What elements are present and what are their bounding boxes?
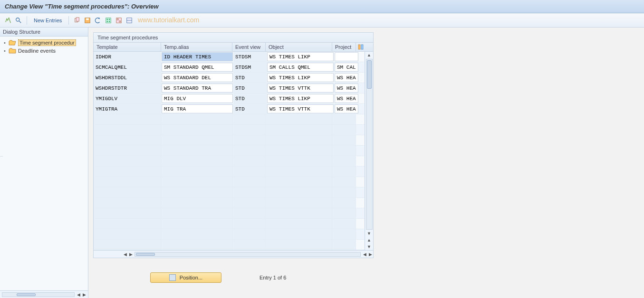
cell-object[interactable]: WS TIMES VTTK bbox=[267, 104, 334, 113]
cell-alias[interactable]: MIG DLV bbox=[162, 94, 233, 103]
scroll-down-icon[interactable]: ▼ bbox=[365, 230, 373, 237]
cell-project[interactable] bbox=[332, 240, 356, 250]
cell-project[interactable]: SM CAL bbox=[335, 63, 358, 72]
cell-event[interactable] bbox=[232, 177, 266, 187]
new-entries-button[interactable]: New Entries bbox=[31, 18, 65, 23]
cell-object[interactable]: WS TIMES LIKP bbox=[267, 73, 334, 82]
cell-object[interactable] bbox=[266, 219, 332, 229]
table-row-empty[interactable] bbox=[94, 219, 365, 229]
col-header-alias[interactable]: Temp.alias bbox=[161, 43, 232, 51]
cell-alias[interactable] bbox=[161, 146, 232, 156]
cell-object[interactable] bbox=[266, 125, 332, 135]
cell-event[interactable] bbox=[232, 146, 266, 156]
cell-event[interactable]: STDSM bbox=[233, 62, 267, 72]
cell-event[interactable] bbox=[232, 114, 266, 124]
cell-template[interactable]: IDHDR bbox=[94, 52, 161, 62]
scroll-thumb[interactable] bbox=[136, 253, 155, 256]
find-icon[interactable] bbox=[14, 16, 23, 25]
cell-event[interactable] bbox=[232, 240, 266, 250]
cell-template[interactable] bbox=[94, 198, 161, 208]
table-row[interactable]: YMIGTRAMIG TRASTDWS TIMES VTTKWS HEA bbox=[94, 104, 365, 114]
cell-alias[interactable] bbox=[161, 125, 232, 135]
cell-event[interactable] bbox=[232, 198, 266, 208]
cell-event[interactable] bbox=[232, 125, 266, 135]
table-row[interactable]: WSHDRSTDTRWS STANDARD TRASTDWS TIMES VTT… bbox=[94, 83, 365, 93]
select-all-icon[interactable] bbox=[104, 16, 113, 25]
table-row-empty[interactable] bbox=[94, 167, 365, 177]
cell-object[interactable]: WS TIMES LIKP bbox=[267, 94, 334, 103]
save-icon[interactable] bbox=[83, 16, 92, 25]
scroll-track[interactable] bbox=[366, 59, 373, 230]
cell-event[interactable]: STD bbox=[233, 83, 267, 93]
cell-project[interactable] bbox=[332, 146, 356, 156]
scroll-down-icon[interactable]: ▼ bbox=[365, 243, 373, 250]
deselect-all-icon[interactable] bbox=[115, 16, 123, 25]
cell-object[interactable] bbox=[266, 156, 332, 166]
table-row[interactable]: IDHDRID HEADER TIMESSTDSMWS TIMES LIKP bbox=[94, 52, 365, 62]
cell-alias[interactable]: WS STANDARD TRA bbox=[162, 84, 233, 93]
table-row-empty[interactable] bbox=[94, 114, 365, 125]
cell-object[interactable]: WS TIMES VTTK bbox=[267, 84, 334, 93]
cell-template[interactable] bbox=[94, 146, 161, 156]
cell-project[interactable]: WS HEA bbox=[335, 104, 358, 113]
cell-template[interactable] bbox=[94, 187, 161, 197]
cell-template[interactable]: YMIGDLV bbox=[94, 93, 161, 103]
cell-object[interactable] bbox=[266, 198, 332, 208]
cell-event[interactable]: STD bbox=[233, 73, 267, 83]
cell-alias[interactable] bbox=[161, 177, 232, 187]
table-row[interactable]: YMIGDLVMIG DLVSTDWS TIMES LIKPWS HEA bbox=[94, 93, 365, 104]
cell-event[interactable]: STD bbox=[233, 104, 267, 114]
cell-alias[interactable]: SM STANDARD QMEL bbox=[162, 63, 233, 72]
cell-object[interactable]: SM CALLS QMEL bbox=[267, 63, 334, 72]
cell-object[interactable] bbox=[266, 114, 332, 124]
cell-event[interactable] bbox=[232, 156, 266, 166]
cell-object[interactable] bbox=[266, 167, 332, 177]
cell-event[interactable] bbox=[232, 187, 266, 197]
cell-template[interactable] bbox=[94, 125, 161, 135]
cell-object[interactable] bbox=[266, 187, 332, 197]
cell-project[interactable]: WS HEA bbox=[335, 84, 358, 93]
cell-project[interactable] bbox=[332, 219, 356, 229]
cell-alias[interactable] bbox=[161, 167, 232, 177]
scroll-right-icon[interactable]: ▶ bbox=[367, 251, 373, 257]
delimit-icon[interactable] bbox=[125, 16, 134, 25]
table-row-empty[interactable] bbox=[94, 208, 365, 219]
cell-event[interactable] bbox=[232, 208, 266, 218]
tree-item-time-segment-procedures[interactable]: • Time segment procedur bbox=[1, 38, 87, 47]
scroll-up-icon[interactable]: ▲ bbox=[365, 52, 373, 58]
scroll-thumb[interactable] bbox=[17, 293, 36, 296]
cell-template[interactable] bbox=[94, 219, 161, 229]
cell-object[interactable] bbox=[266, 240, 332, 250]
table-row-empty[interactable] bbox=[94, 125, 365, 135]
cell-event[interactable]: STD bbox=[233, 93, 267, 103]
cell-object[interactable] bbox=[266, 146, 332, 156]
table-row[interactable]: WSHDRSTDDLWS STANDARD DELSTDWS TIMES LIK… bbox=[94, 73, 365, 83]
cell-alias[interactable]: MIG TRA bbox=[162, 104, 233, 113]
table-row-empty[interactable] bbox=[94, 229, 365, 240]
cell-alias[interactable] bbox=[161, 135, 232, 145]
cell-alias[interactable] bbox=[161, 229, 232, 239]
cell-project[interactable] bbox=[332, 187, 356, 197]
col-header-template[interactable]: Template bbox=[94, 43, 161, 51]
cell-template[interactable]: WSHDRSTDDL bbox=[94, 73, 161, 83]
cell-event[interactable] bbox=[232, 229, 266, 239]
scroll-track[interactable] bbox=[2, 292, 75, 297]
cell-project[interactable] bbox=[332, 125, 356, 135]
cell-project[interactable]: WS HEA bbox=[335, 73, 358, 82]
cell-alias[interactable]: WS STANDARD DEL bbox=[162, 73, 233, 82]
cell-event[interactable] bbox=[232, 135, 266, 145]
cell-project[interactable] bbox=[332, 135, 356, 145]
cell-event[interactable] bbox=[232, 219, 266, 229]
position-button[interactable]: Position... bbox=[150, 272, 221, 283]
table-row-empty[interactable] bbox=[94, 177, 365, 187]
table-row-empty[interactable] bbox=[94, 146, 365, 156]
cell-project[interactable]: WS HEA bbox=[335, 94, 358, 103]
table-row-empty[interactable] bbox=[94, 198, 365, 208]
cell-alias[interactable] bbox=[161, 156, 232, 166]
cell-template[interactable] bbox=[94, 135, 161, 145]
cell-object[interactable] bbox=[266, 135, 332, 145]
toggle-display-icon[interactable] bbox=[4, 16, 12, 25]
table-row-empty[interactable] bbox=[94, 135, 365, 146]
grid-vscrollbar[interactable]: ▲ ▼ ▲ ▼ bbox=[365, 52, 373, 250]
col-config-icon[interactable] bbox=[356, 43, 365, 51]
